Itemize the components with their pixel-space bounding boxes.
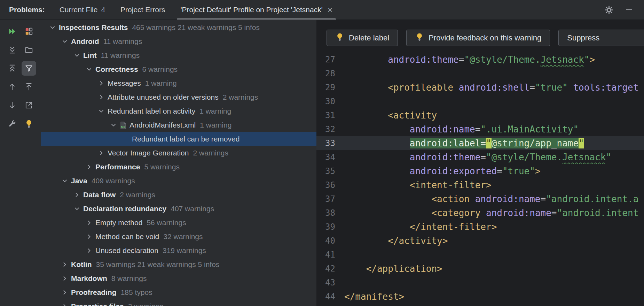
chevron-collapsed-icon[interactable]: [85, 232, 93, 241]
code-area[interactable]: 27 android:theme="@style/Theme.Jetsnack"…: [316, 53, 644, 306]
tab-close-icon[interactable]: ×: [328, 6, 333, 14]
rerun-inspection-icon[interactable]: [5, 24, 19, 39]
expand-all-icon[interactable]: [5, 43, 19, 57]
tree-row[interactable]: Attribute unused on older versions2 warn…: [41, 90, 316, 104]
tree-row[interactable]: Declaration redundancy407 warnings: [41, 202, 316, 216]
header-spacer: [340, 0, 604, 20]
tree-row-count: 2 warnings: [223, 93, 258, 101]
chevron-expanded-icon[interactable]: [61, 37, 69, 46]
provide-feedback-button[interactable]: Provide feedback on this warning: [406, 30, 550, 46]
tree-row[interactable]: Performance5 warnings: [41, 160, 316, 174]
tree-row-label: Properties files: [71, 302, 124, 306]
open-in-new-icon[interactable]: [22, 98, 36, 113]
line-number: 40: [316, 234, 342, 248]
chevron-collapsed-icon[interactable]: [61, 274, 69, 283]
line-number: 31: [316, 108, 342, 122]
code-line: 44</manifest>: [316, 290, 644, 304]
tree-row-count: 5 warnings: [144, 163, 180, 171]
tree-row[interactable]: Markdown8 warnings: [41, 271, 316, 285]
code-text: [342, 94, 644, 108]
chevron-expanded-icon[interactable]: [85, 65, 93, 74]
tree-row-count: 1 warning: [200, 121, 231, 129]
group-by-directory-icon[interactable]: [22, 43, 36, 57]
chevron-expanded-icon[interactable]: [61, 177, 69, 185]
hide-tool-window-icon[interactable]: [624, 5, 634, 15]
chevron-collapsed-icon[interactable]: [61, 288, 69, 297]
code-text: </application>: [342, 262, 644, 276]
chevron-collapsed-icon[interactable]: [97, 93, 105, 101]
tree-row-label: Method can be void: [95, 232, 159, 241]
code-text: <action android:name="android.intent.a: [342, 192, 644, 206]
lightbulb-icon: [335, 32, 344, 44]
line-number: 39: [316, 220, 342, 234]
tree-row-label: Kotlin: [71, 260, 92, 269]
tab-profile-jetsnack[interactable]: 'Project Default' Profile on Project 'Je…: [173, 0, 340, 20]
chevron-collapsed-icon[interactable]: [61, 302, 69, 306]
tree-row[interactable]: Unused declaration319 warnings: [41, 244, 316, 258]
tree-row[interactable]: Kotlin35 warnings 21 weak warnings 5 inf…: [41, 258, 316, 271]
tree-row[interactable]: Data flow2 warnings: [41, 188, 316, 202]
quick-fix-actions: Delete labelProvide feedback on this war…: [316, 20, 644, 53]
tree-row-count: 465 warnings 21 weak warnings 5 infos: [132, 23, 260, 32]
delete-label-button[interactable]: Delete label: [327, 30, 398, 46]
editor-preview[interactable]: Delete labelProvide feedback on this war…: [316, 20, 644, 306]
tree-row[interactable]: Java409 warnings: [41, 174, 316, 188]
code-line: 41: [316, 248, 644, 262]
tree-row-count: 11 warnings: [103, 37, 142, 46]
tree-row-count: 56 warnings: [147, 219, 186, 227]
suppress-button[interactable]: Suppress: [558, 30, 644, 46]
severity-filter-icon[interactable]: [22, 24, 36, 39]
chevron-collapsed-icon[interactable]: [97, 79, 105, 87]
settings-gear-icon[interactable]: [604, 5, 614, 15]
line-number: 42: [316, 262, 342, 276]
code-line: 43: [316, 276, 644, 290]
chevron-collapsed-icon[interactable]: [85, 246, 93, 255]
tab-project-errors[interactable]: Project Errors: [113, 0, 173, 20]
tree-row-count: 2 warnings: [120, 191, 155, 199]
next-problem-icon[interactable]: [5, 98, 19, 113]
code-text: </activity>: [342, 234, 644, 248]
action-button-label: Provide feedback on this warning: [429, 33, 541, 43]
filter-icon[interactable]: [22, 61, 36, 76]
code-text: [342, 67, 644, 81]
quick-fix-wrench-icon[interactable]: [5, 116, 19, 131]
tree-row[interactable]: Properties files2 warnings: [41, 299, 316, 306]
code-text: </manifest>: [342, 290, 644, 304]
tree-row[interactable]: Messages1 warning: [41, 76, 316, 90]
chevron-expanded-icon[interactable]: [73, 205, 81, 213]
move-to-top-icon[interactable]: [22, 79, 36, 94]
code-line: 35 android:exported="true">: [316, 164, 644, 178]
chevron-expanded-icon[interactable]: [48, 23, 57, 32]
tree-row-count: 1 warning: [199, 107, 231, 115]
inspections-tree[interactable]: Inspections Results465 warnings 21 weak …: [41, 20, 316, 306]
tree-row[interactable]: Redundant label can be removed: [41, 132, 316, 146]
tree-row[interactable]: Lint11 warnings: [41, 48, 316, 62]
chevron-collapsed-icon[interactable]: [61, 260, 69, 269]
code-line: 33 android:label="@string/app_name": [316, 136, 644, 150]
tree-row[interactable]: Android11 warnings: [41, 35, 316, 48]
action-button-label: Delete label: [349, 33, 389, 43]
tree-row[interactable]: Proofreading185 typos: [41, 285, 316, 299]
tree-row[interactable]: Correctness6 warnings: [41, 62, 316, 76]
previous-problem-icon[interactable]: [5, 79, 19, 94]
chevron-collapsed-icon[interactable]: [85, 219, 93, 227]
lightbulb-icon: [415, 32, 424, 44]
tree-row[interactable]: Empty method56 warnings: [41, 216, 316, 230]
tree-row[interactable]: MFAndroidManifest.xml1 warning: [41, 118, 316, 132]
chevron-expanded-icon[interactable]: [97, 107, 105, 115]
collapse-all-icon[interactable]: [5, 61, 19, 76]
tool-window-title: Problems:: [0, 0, 52, 20]
chevron-collapsed-icon[interactable]: [85, 163, 93, 171]
chevron-collapsed-icon[interactable]: [97, 149, 105, 157]
tab-current-file[interactable]: Current File4: [52, 0, 113, 20]
tree-row[interactable]: Redundant label on activity1 warning: [41, 104, 316, 118]
chevron-expanded-icon[interactable]: [73, 51, 81, 60]
problems-tool-window: Problems: Current File4Project Errors'Pr…: [0, 0, 644, 306]
chevron-collapsed-icon[interactable]: [73, 191, 81, 199]
preview-lightbulb-icon[interactable]: [22, 116, 36, 131]
tree-row[interactable]: Inspections Results465 warnings 21 weak …: [41, 21, 316, 35]
chevron-expanded-icon[interactable]: [109, 121, 118, 129]
tree-row-label: Declaration redundancy: [83, 205, 166, 213]
tree-row[interactable]: Vector Image Generation2 warnings: [41, 146, 316, 160]
tree-row[interactable]: Method can be void32 warnings: [41, 230, 316, 244]
